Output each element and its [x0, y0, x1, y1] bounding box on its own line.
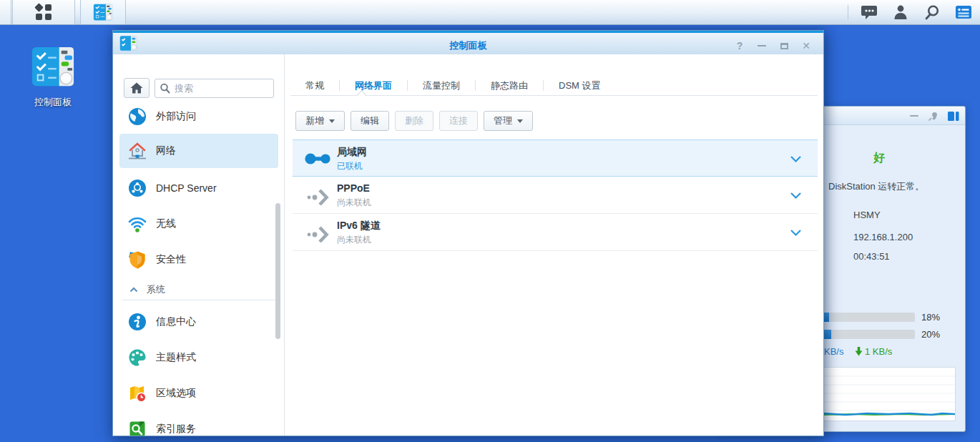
topbar — [0, 0, 980, 25]
control-panel-window: 控制面板 ? ✕ — [112, 30, 824, 436]
tab-traffic-control[interactable]: 流量控制 — [408, 76, 475, 95]
server-name-value: HSMY — [853, 210, 881, 220]
wifi-icon — [128, 215, 147, 233]
sidebar: 外部访问 网络 — [113, 54, 285, 436]
maximize-icon — [780, 43, 788, 49]
home-icon — [130, 82, 143, 94]
chevron-up-icon — [129, 287, 138, 293]
region-map-icon — [128, 384, 147, 403]
sidebar-item-index-service[interactable]: 索引服务 — [119, 412, 278, 436]
desktop: 控制面板 好 DiskStation 运转正常。 HSMY 192.168.1.… — [0, 0, 980, 442]
dhcp-icon — [128, 179, 147, 197]
widgets-panel-icon — [955, 5, 972, 19]
sidebar-item-network[interactable]: 网络 — [119, 134, 278, 168]
show-desktop-button[interactable] — [0, 0, 11, 24]
sidebar-item-external-access[interactable]: 外部访问 — [119, 99, 278, 134]
dropdown-caret-icon — [329, 119, 335, 123]
chevron-down-icon[interactable] — [790, 192, 802, 200]
sidebar-item-security[interactable]: 安全性 — [119, 242, 278, 277]
chat-icon — [861, 4, 878, 20]
user-menu-button[interactable] — [890, 3, 911, 21]
upload-speed: KB/s — [824, 346, 843, 357]
chevron-down-icon[interactable] — [790, 229, 802, 237]
health-detail: DiskStation 运转正常。 — [828, 180, 924, 193]
maximize-button[interactable] — [777, 40, 791, 51]
create-button[interactable]: 新增 — [295, 111, 345, 131]
sidebar-item-label: 网络 — [156, 144, 176, 157]
dropdown-caret-icon — [517, 119, 523, 123]
home-button[interactable] — [124, 78, 150, 98]
interface-row-lan[interactable]: 局域网 已联机 — [293, 139, 818, 177]
widget-panel-icon[interactable] — [948, 112, 959, 121]
info-icon — [128, 313, 147, 331]
interface-row-pppoe[interactable]: PPPoE 尚未联机 — [293, 177, 818, 214]
sidebar-item-label: 主题样式 — [156, 351, 196, 364]
sidebar-scrollbar[interactable] — [275, 203, 280, 339]
shield-icon — [128, 250, 147, 269]
sidebar-item-label: 信息中心 — [156, 315, 196, 328]
sidebar-search — [155, 79, 274, 98]
lan-icon — [305, 150, 332, 167]
manage-button[interactable]: 管理 — [484, 111, 533, 131]
toolbar: 新增 编辑 删除 连接 管理 — [295, 111, 533, 131]
sidebar-divider — [122, 300, 276, 300]
ip-address-value: 192.168.1.200 — [853, 232, 913, 242]
apps-grid-icon — [34, 3, 53, 21]
search-button[interactable] — [921, 3, 943, 21]
cpu-usage-value: 18% — [921, 312, 940, 323]
uptime-value: 00:43:51 — [853, 251, 890, 262]
interface-status: 尚未联机 — [337, 197, 371, 209]
user-icon — [893, 4, 908, 20]
interface-name: IPv6 隧道 — [337, 220, 381, 232]
sidebar-item-theme[interactable]: 主题样式 — [119, 340, 278, 375]
download-arrow-icon — [855, 347, 863, 356]
tab-dsm-settings[interactable]: DSM 设置 — [544, 76, 616, 95]
window-title: 控制面板 — [113, 39, 823, 52]
palette-icon — [128, 348, 147, 367]
search-icon — [924, 4, 940, 20]
ram-usage-value: 20% — [921, 329, 940, 340]
sidebar-item-info-center[interactable]: 信息中心 — [119, 305, 278, 339]
sidebar-item-dhcp-server[interactable]: DHCP Server — [119, 171, 278, 205]
interface-list: 局域网 已联机 PPPoE 尚未联机 — [293, 139, 818, 251]
main-menu-button[interactable] — [12, 0, 75, 24]
window-titlebar[interactable]: 控制面板 ? ✕ — [113, 33, 823, 54]
interface-row-ipv6-tunnel[interactable]: IPv6 隧道 尚未联机 — [293, 214, 818, 251]
tabbar: 常规 网络界面 流量控制 静态路由 DSM 设置 — [290, 76, 818, 96]
tab-network-interface[interactable]: 网络界面 — [340, 76, 407, 95]
chevron-down-icon[interactable] — [790, 155, 802, 163]
sidebar-item-label: 无线 — [156, 217, 176, 230]
sidebar-item-label: 安全性 — [156, 253, 186, 266]
sidebar-section-system[interactable]: 系统 — [119, 280, 278, 299]
tab-static-route[interactable]: 静态路由 — [476, 76, 543, 95]
widget-minimize-icon[interactable] — [910, 115, 918, 117]
search-input[interactable] — [155, 79, 274, 98]
minimize-button[interactable] — [755, 40, 769, 51]
control-panel-shortcut[interactable]: 控制面板 — [26, 44, 80, 109]
globe-icon — [128, 107, 147, 126]
sidebar-section-label: 系统 — [147, 283, 165, 296]
edit-button[interactable]: 编辑 — [351, 111, 389, 131]
sidebar-item-label: DHCP Server — [156, 182, 217, 194]
interface-name: 局域网 — [337, 146, 367, 159]
minimize-icon — [758, 45, 766, 46]
interface-status: 尚未联机 — [337, 234, 371, 246]
pin-icon[interactable] — [928, 111, 939, 122]
control-panel-icon — [93, 2, 113, 22]
notifications-button[interactable] — [858, 3, 880, 21]
tab-general[interactable]: 常规 — [290, 76, 339, 95]
connect-button: 连接 — [439, 111, 478, 131]
sidebar-item-regional-options[interactable]: 区域选项 — [119, 376, 278, 411]
close-button[interactable]: ✕ — [799, 40, 813, 51]
content-pane: 常规 网络界面 流量控制 静态路由 DSM 设置 新增 编辑 删除 — [285, 54, 823, 436]
index-search-icon — [128, 420, 147, 436]
control-panel-icon — [30, 44, 76, 89]
help-button[interactable]: ? — [732, 40, 747, 51]
health-status: 好 — [873, 151, 885, 166]
taskbar-control-panel-button[interactable] — [80, 0, 126, 24]
widgets-toggle-button[interactable] — [953, 3, 974, 21]
sidebar-item-label: 区域选项 — [156, 387, 196, 400]
sidebar-item-label: 索引服务 — [156, 423, 196, 436]
sidebar-item-wireless[interactable]: 无线 — [119, 207, 278, 241]
download-speed: 1 KB/s — [865, 346, 892, 357]
